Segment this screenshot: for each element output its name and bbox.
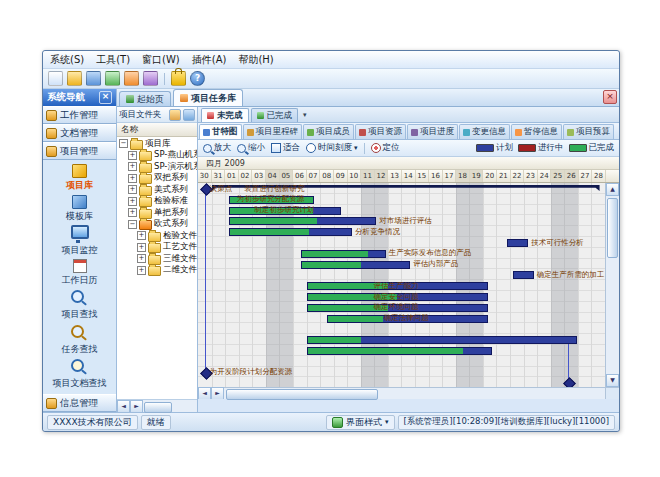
filter-tab-unfinished[interactable]: 未完成 <box>201 108 249 122</box>
tree-node[interactable]: −项目库 <box>117 138 197 150</box>
task-bar[interactable] <box>507 239 528 247</box>
tree-node[interactable]: +工艺文件 <box>117 242 197 254</box>
settings-icon[interactable] <box>143 71 158 86</box>
tree-expander[interactable]: + <box>128 162 137 171</box>
nav-item-project-search[interactable]: 项目查找 <box>62 289 98 321</box>
tab-close-button[interactable] <box>603 90 617 104</box>
nav-item-project-library[interactable]: 项目库 <box>66 164 93 192</box>
tree-expander[interactable]: + <box>128 151 137 160</box>
gantt-tab-members[interactable]: 项目成员 <box>303 124 354 139</box>
nav-item-work-calendar[interactable]: 工作日历 <box>62 259 98 287</box>
tree-toolbar-icon-1[interactable] <box>169 109 181 121</box>
menu-item[interactable]: 窗口(W) <box>142 53 180 67</box>
style-label: 界面样式 <box>346 416 382 429</box>
lock-icon[interactable] <box>171 71 186 86</box>
v-scroll-track[interactable] <box>606 196 619 374</box>
nav-group-projects[interactable]: 项目管理 <box>43 142 116 160</box>
gantt-tab-pauses[interactable]: 暂停信息 <box>511 124 562 139</box>
gantt-v-scrollbar[interactable] <box>605 183 619 387</box>
scroll-left-icon[interactable] <box>117 400 130 413</box>
locate-button[interactable]: 定位 <box>371 142 400 154</box>
nav-item-task-search[interactable]: 任务查找 <box>62 324 98 356</box>
zoom-in-button[interactable]: 放大 <box>203 142 231 154</box>
gantt-tab-budget[interactable]: 项目预算 <box>563 124 614 139</box>
gantt-tab-gantt[interactable]: 甘特图 <box>199 124 242 139</box>
tree-toolbar-icon-2[interactable] <box>183 109 195 121</box>
nav-item-project-monitor[interactable]: 项目监控 <box>62 225 98 257</box>
day-column <box>591 183 605 387</box>
window-icon[interactable] <box>86 71 101 86</box>
menu-item[interactable]: 插件(A) <box>192 53 227 67</box>
nav-item-template-library[interactable]: 模板库 <box>66 195 93 223</box>
scroll-up-icon[interactable] <box>606 183 619 196</box>
tree-expander[interactable]: − <box>128 220 137 229</box>
v-scroll-thumb[interactable] <box>607 198 618 258</box>
tree-node[interactable]: +双把系列 <box>117 173 197 185</box>
menu-item[interactable]: 工具(T) <box>96 53 130 67</box>
gantt-tab-progress[interactable]: 项目进度 <box>407 124 458 139</box>
tab-icon <box>180 94 188 102</box>
task-bar[interactable] <box>229 217 376 225</box>
tree-expander[interactable]: + <box>137 243 146 252</box>
nav-item-project-doc-search[interactable]: 项目文档查找 <box>53 358 107 390</box>
task-bar[interactable] <box>307 336 578 344</box>
tab-start-page[interactable]: 起始页 <box>119 91 171 106</box>
day-cell: 31 <box>212 170 226 182</box>
tree-node[interactable]: +SP-燕山机系 <box>117 150 197 162</box>
task-bar[interactable] <box>513 271 534 279</box>
help-icon[interactable] <box>190 71 205 86</box>
scroll-thumb[interactable] <box>144 402 172 413</box>
task-bar[interactable] <box>301 250 386 258</box>
tree-node[interactable]: +二维文件 <box>117 265 197 277</box>
tree-node[interactable]: +美式系列 <box>117 184 197 196</box>
tree-expander[interactable]: + <box>128 208 137 217</box>
chart-icon[interactable] <box>124 71 139 86</box>
task-bar[interactable] <box>229 228 352 236</box>
tree-expander[interactable]: + <box>137 254 146 263</box>
tree-node[interactable]: +三维文件 <box>117 253 197 265</box>
day-cell: 09 <box>334 170 348 182</box>
zoom-out-button[interactable]: 缩小 <box>237 142 265 154</box>
tree-expander[interactable]: + <box>137 231 146 240</box>
new-doc-icon[interactable] <box>48 71 63 86</box>
gantt-tab-milestones[interactable]: 项目里程碑 <box>243 124 303 139</box>
tree-expander[interactable]: + <box>137 266 146 275</box>
timescale-button[interactable]: 时间刻度 <box>306 142 358 154</box>
nav-group-info[interactable]: 信息管理 <box>43 394 116 412</box>
filter-tab-finished[interactable]: 已完成 <box>251 108 299 122</box>
tree-h-scrollbar[interactable] <box>117 399 197 412</box>
menu-item[interactable]: 系统(S) <box>50 53 84 67</box>
tree-expander[interactable]: − <box>119 139 128 148</box>
tree-expander[interactable]: + <box>128 185 137 194</box>
scroll-thumb[interactable] <box>226 389 378 400</box>
scroll-right-icon[interactable] <box>130 400 143 413</box>
tab-project-task-library[interactable]: 项目任务库 <box>173 89 243 106</box>
day-column <box>524 183 539 387</box>
gantt-tab-resources[interactable]: 项目资源 <box>355 124 406 139</box>
nav-group-docs[interactable]: 文档管理 <box>43 124 116 142</box>
nav-close-icon[interactable] <box>99 91 112 104</box>
tree-expander[interactable]: + <box>128 197 137 206</box>
chart-body[interactable]: 决策点装置进行创新研究为初步研究分配资源制定初步研究计划对市场进行评估分析竞争情… <box>198 183 605 387</box>
tree-node[interactable]: +SP-演示机系 <box>117 161 197 173</box>
filter-dropdown-icon[interactable] <box>303 111 307 119</box>
gantt-h-scrollbar[interactable] <box>198 387 605 399</box>
scroll-track[interactable] <box>143 401 197 412</box>
legend-swatch <box>476 144 494 152</box>
tree-node[interactable]: +检验标准 <box>117 196 197 208</box>
task-bar[interactable] <box>301 261 410 269</box>
tree-node[interactable]: +检验文件 <box>117 230 197 242</box>
style-selector[interactable]: 界面样式 <box>326 415 395 430</box>
fit-button[interactable]: 适合 <box>271 142 300 154</box>
menu-item[interactable]: 帮助(H) <box>238 53 273 67</box>
tree-node[interactable]: +单把系列 <box>117 207 197 219</box>
task-bar[interactable] <box>307 347 492 355</box>
open-folder-icon[interactable] <box>67 71 82 86</box>
tree-node[interactable]: −欧式系列 <box>117 219 197 231</box>
scroll-track[interactable] <box>224 388 605 399</box>
tree-expander[interactable]: + <box>128 174 137 183</box>
gantt-tab-changes[interactable]: 变更信息 <box>459 124 510 139</box>
table-icon[interactable] <box>105 71 120 86</box>
scroll-down-icon[interactable] <box>606 374 619 387</box>
nav-group-work[interactable]: 工作管理 <box>43 106 116 124</box>
